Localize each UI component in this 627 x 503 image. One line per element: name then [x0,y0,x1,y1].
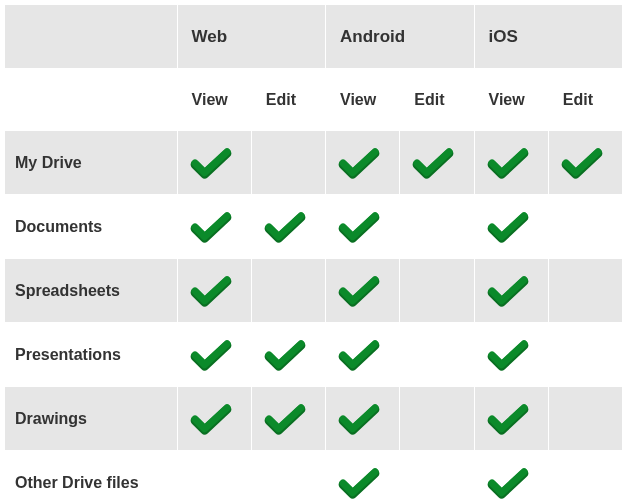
header-blank [5,5,178,69]
cell [400,195,474,259]
cell [251,195,325,259]
cell [326,259,400,323]
check-icon [561,147,603,179]
table-row: Presentations [5,323,623,387]
check-icon [412,147,454,179]
table-row: My Drive [5,131,623,195]
check-icon [190,275,232,307]
cell [548,451,622,504]
cell [400,323,474,387]
feature-matrix-table: Web Android iOS View Edit View Edit View… [4,4,623,503]
feature-label-presentations: Presentations [5,323,178,387]
cell [548,323,622,387]
platform-header-ios: iOS [474,5,623,69]
feature-label-documents: Documents [5,195,178,259]
cell [326,131,400,195]
table-row: Documents [5,195,623,259]
cell [474,259,548,323]
platform-header-row: Web Android iOS [5,5,623,69]
cell [326,387,400,451]
cell [251,323,325,387]
check-icon [264,211,306,243]
check-icon [487,467,529,499]
cell [400,259,474,323]
check-icon [190,147,232,179]
cell [177,131,251,195]
check-icon [338,467,380,499]
check-icon [264,339,306,371]
cell [251,131,325,195]
cell [177,387,251,451]
check-icon [190,339,232,371]
sub-header-web-view: View [177,69,251,131]
sub-header-ios-edit: Edit [548,69,622,131]
check-icon [487,147,529,179]
sub-header-web-edit: Edit [251,69,325,131]
cell [474,323,548,387]
cell [548,387,622,451]
cell [177,195,251,259]
cell [326,451,400,504]
cell [548,259,622,323]
check-icon [190,211,232,243]
feature-label-mydrive: My Drive [5,131,178,195]
table-row: Spreadsheets [5,259,623,323]
cell [400,131,474,195]
sub-header-blank [5,69,178,131]
cell [548,195,622,259]
check-icon [487,403,529,435]
cell [474,451,548,504]
sub-header-android-edit: Edit [400,69,474,131]
check-icon [338,275,380,307]
check-icon [487,339,529,371]
cell [177,259,251,323]
check-icon [338,403,380,435]
cell [177,323,251,387]
cell [326,323,400,387]
platform-header-android: Android [326,5,474,69]
check-icon [190,403,232,435]
check-icon [487,211,529,243]
capability-header-row: View Edit View Edit View Edit [5,69,623,131]
feature-label-spreadsheets: Spreadsheets [5,259,178,323]
cell [548,131,622,195]
feature-label-other: Other Drive files [5,451,178,504]
sub-header-android-view: View [326,69,400,131]
table-row: Drawings [5,387,623,451]
cell [474,195,548,259]
cell [400,387,474,451]
feature-label-drawings: Drawings [5,387,178,451]
check-icon [487,275,529,307]
cell [251,259,325,323]
check-icon [264,403,306,435]
platform-header-web: Web [177,5,325,69]
cell [474,131,548,195]
sub-header-ios-view: View [474,69,548,131]
cell [177,451,251,504]
cell [251,451,325,504]
cell [251,387,325,451]
table-row: Other Drive files [5,451,623,504]
cell [326,195,400,259]
check-icon [338,339,380,371]
cell [474,387,548,451]
check-icon [338,211,380,243]
cell [400,451,474,504]
check-icon [338,147,380,179]
